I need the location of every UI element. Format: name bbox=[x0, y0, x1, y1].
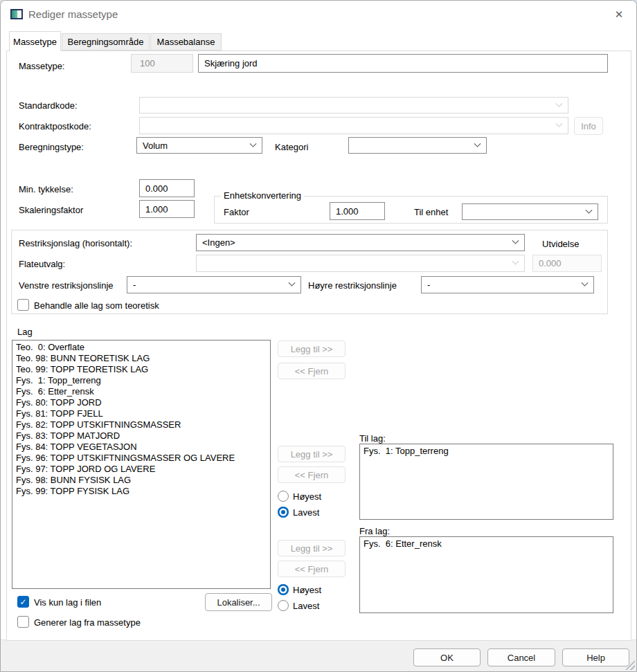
tillag-lavest-radio[interactable] bbox=[278, 507, 289, 518]
fralag-lavest-radio[interactable] bbox=[278, 600, 289, 611]
hoyre-restriksjonslinje-label: Høyre restriksjonslinje bbox=[308, 280, 397, 291]
close-icon[interactable]: ✕ bbox=[607, 5, 631, 24]
fra-lag-listbox[interactable]: Fys. 6: Etter_rensk bbox=[359, 536, 613, 613]
venstre-restriksjonslinje-value: - bbox=[133, 280, 136, 290]
min-tykkelse-label: Min. tykkelse: bbox=[19, 184, 73, 195]
til-enhet-combo[interactable] bbox=[462, 203, 598, 220]
lag-title: Lag bbox=[17, 327, 33, 338]
chevron-down-icon bbox=[250, 140, 257, 147]
info-button: Info bbox=[574, 117, 603, 135]
tab-massetype[interactable]: Massetype bbox=[9, 31, 61, 51]
tab-massebalanse[interactable]: Massebalanse bbox=[150, 33, 222, 51]
behandle-teoretisk-label[interactable]: Behandle alle lag som teoretisk bbox=[34, 300, 159, 311]
min-tykkelse-field[interactable]: 0.000 bbox=[139, 179, 195, 197]
til-lag-listbox[interactable]: Fys. 1: Topp_terreng bbox=[359, 444, 613, 520]
til-lag-label: Til lag: bbox=[359, 433, 386, 444]
legg-til-button-fralag: Legg til >> bbox=[278, 540, 346, 556]
vis-kun-lag-checkbox[interactable]: ✓ bbox=[17, 596, 29, 608]
standardkode-label: Standardkode: bbox=[19, 100, 78, 111]
chevron-down-icon bbox=[289, 280, 296, 287]
massetype-name-field[interactable]: Skjæring jord bbox=[198, 54, 608, 73]
fjern-button-fralag: << Fjern bbox=[278, 561, 346, 577]
venstre-restriksjonslinje-label: Venstre restriksjonslinje bbox=[19, 280, 114, 291]
cancel-button[interactable]: Cancel bbox=[487, 648, 555, 666]
list-item[interactable]: Fys. 84: TOPP VEGETASJON bbox=[12, 442, 270, 453]
behandle-teoretisk-checkbox[interactable] bbox=[17, 299, 29, 311]
list-item[interactable]: Fys. 6: Etter_rensk bbox=[360, 538, 613, 550]
hoyre-restriksjonslinje-value: - bbox=[427, 280, 430, 290]
generer-lag-label[interactable]: Generer lag fra massetype bbox=[34, 617, 141, 628]
app-window-icon bbox=[10, 9, 23, 19]
chevron-down-icon bbox=[512, 237, 519, 244]
vis-kun-lag-label[interactable]: Vis kun lag i filen bbox=[34, 597, 101, 608]
standardkode-combo bbox=[139, 97, 568, 113]
fjern-button-tillag: << Fjern bbox=[278, 466, 346, 483]
fra-lag-label: Fra lag: bbox=[359, 526, 390, 537]
lokaliser-button[interactable]: Lokaliser... bbox=[205, 593, 272, 611]
kontraktpostkode-label: Kontraktpostkode: bbox=[19, 121, 91, 132]
list-item[interactable]: Fys. 6: Etter_rensk bbox=[12, 386, 270, 397]
massetype-label: Massetype: bbox=[19, 61, 64, 72]
restriksjonslag-value: <Ingen> bbox=[202, 237, 235, 248]
legg-til-button-tillag: Legg til >> bbox=[278, 446, 346, 462]
chevron-down-icon bbox=[586, 206, 593, 213]
edit-massetype-dialog: Rediger massetype ✕ Massetype Beregnings… bbox=[0, 0, 637, 672]
list-item[interactable]: Fys. 98: BUNN FYSISK LAG bbox=[12, 475, 270, 486]
list-item[interactable]: Fys. 96: TOPP UTSKIFTNINGSMASSER OG LAVE… bbox=[12, 453, 270, 464]
tab-beregningsomrade[interactable]: Beregningsområde bbox=[62, 33, 150, 51]
utvidelse-field: 0.000 bbox=[532, 255, 602, 272]
kontraktpostkode-combo bbox=[139, 117, 568, 134]
ok-button[interactable]: OK bbox=[413, 648, 481, 666]
list-item[interactable]: Fys. 82: TOPP UTSKIFTNINGSMASSER bbox=[12, 419, 270, 430]
generer-lag-checkbox[interactable] bbox=[17, 616, 29, 628]
faktor-field[interactable]: 1.000 bbox=[330, 202, 385, 220]
fjern-button-top: << Fjern bbox=[278, 363, 346, 379]
dialog-title: Rediger massetype bbox=[28, 1, 118, 28]
list-item[interactable]: Fys. 99: TOPP FYSISK LAG bbox=[12, 486, 270, 497]
list-item[interactable]: Teo. 99: TOPP TEORETISK LAG bbox=[12, 364, 270, 375]
list-item[interactable]: Fys. 80: TOPP JORD bbox=[12, 397, 270, 408]
venstre-restriksjonslinje-combo[interactable]: - bbox=[127, 276, 301, 293]
flateutvalg-combo bbox=[196, 255, 525, 272]
til-enhet-label: Til enhet bbox=[414, 207, 448, 218]
enhetskonvertering-group-title: Enhetskonvertering bbox=[221, 190, 304, 201]
massetype-code-field: 100 bbox=[131, 54, 193, 73]
skaleringsfaktor-label: Skaleringsfaktor bbox=[19, 205, 83, 216]
chevron-down-icon bbox=[474, 140, 481, 147]
flateutvalg-label: Flateutvalg: bbox=[19, 259, 65, 270]
chevron-down-icon bbox=[556, 120, 563, 127]
legg-til-button-top: Legg til >> bbox=[278, 340, 346, 357]
lag-listbox[interactable]: Teo. 0: OverflateTeo. 98: BUNN TEORETISK… bbox=[12, 340, 271, 589]
chevron-down-icon bbox=[512, 258, 519, 265]
list-item[interactable]: Teo. 0: Overflate bbox=[12, 342, 270, 353]
list-item[interactable]: Fys. 81: TOPP FJELL bbox=[12, 408, 270, 419]
beregningstype-value: Volum bbox=[143, 140, 168, 151]
tillag-hoyest-radio[interactable] bbox=[278, 491, 289, 502]
faktor-label: Faktor bbox=[224, 207, 249, 218]
check-icon: ✓ bbox=[19, 597, 26, 607]
fralag-hoyest-radio[interactable] bbox=[278, 584, 289, 595]
kategori-label: Kategori bbox=[275, 142, 308, 153]
tillag-hoyest-label[interactable]: Høyest bbox=[293, 491, 321, 502]
utvidelse-label: Utvidelse bbox=[542, 239, 579, 250]
chevron-down-icon bbox=[582, 280, 589, 287]
tillag-lavest-label[interactable]: Lavest bbox=[293, 507, 319, 518]
beregningstype-combo[interactable]: Volum bbox=[136, 137, 262, 154]
help-button[interactable]: Help bbox=[562, 648, 629, 666]
restriksjonslag-combo[interactable]: <Ingen> bbox=[196, 234, 525, 251]
fralag-lavest-label[interactable]: Lavest bbox=[293, 601, 319, 612]
kategori-combo[interactable] bbox=[348, 137, 487, 154]
list-item[interactable]: Fys. 1: Topp_terreng bbox=[360, 446, 613, 457]
skaleringsfaktor-field[interactable]: 1.000 bbox=[139, 200, 195, 218]
list-item[interactable]: Fys. 83: TOPP MATJORD bbox=[12, 430, 270, 442]
beregningstype-label: Beregningstype: bbox=[19, 142, 84, 153]
list-item[interactable]: Teo. 98: BUNN TEORETISK LAG bbox=[12, 353, 270, 364]
hoyre-restriksjonslinje-combo[interactable]: - bbox=[421, 276, 594, 293]
list-item[interactable]: Fys. 1: Topp_terreng bbox=[12, 375, 270, 386]
title-bar: Rediger massetype ✕ bbox=[1, 1, 636, 28]
list-item[interactable]: Fys. 97: TOPP JORD OG LAVERE bbox=[12, 464, 270, 475]
restriksjonslag-label: Restriksjonslag (horisontalt): bbox=[19, 238, 132, 249]
fralag-hoyest-label[interactable]: Høyest bbox=[293, 585, 321, 596]
chevron-down-icon bbox=[556, 100, 563, 107]
